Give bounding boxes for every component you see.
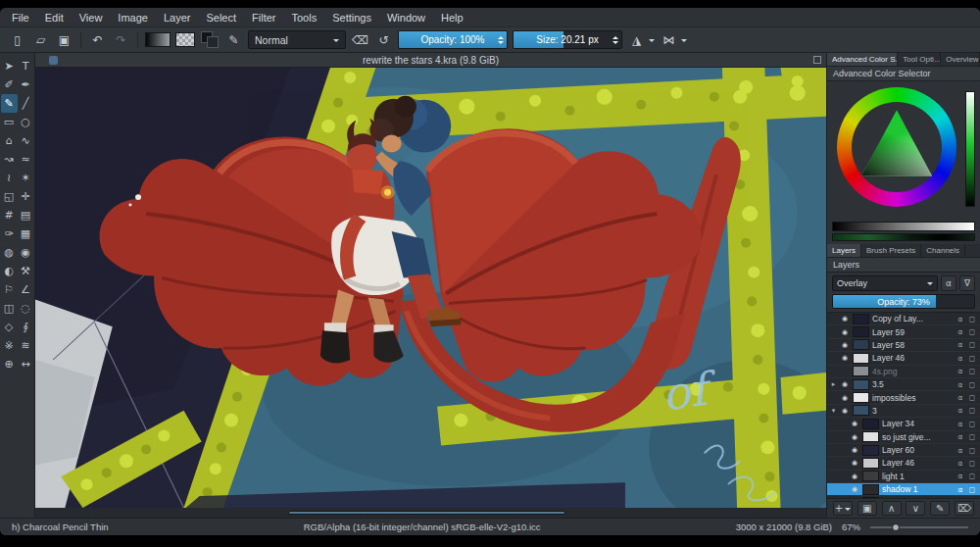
layer-visibility-icon[interactable]: ◉ [850,433,859,441]
opacity-slider[interactable]: Opacity: 100% [398,30,508,49]
tool-polyline-icon[interactable]: ∿ [18,131,34,150]
tool-edit-shapes-icon[interactable]: ✐ [1,75,18,94]
duplicate-layer-button[interactable]: ▣ [858,501,877,516]
menu-item[interactable]: Image [118,12,148,24]
foreground-background-colors[interactable] [200,30,220,49]
layer-visibility-icon[interactable]: ◉ [840,354,850,362]
dock-tab[interactable]: Tool Opti... [898,53,941,66]
layer-visibility-icon[interactable]: ◉ [840,407,850,415]
float-subwindow-button[interactable] [813,56,821,64]
chevron-down-icon[interactable] [681,39,687,45]
tool-measure-icon[interactable]: ∠ [18,280,34,299]
dock-tab[interactable]: Brush Presets [861,244,921,257]
shade-gradient-strip[interactable] [832,222,975,231]
tool-similar-selection-icon[interactable]: ≋ [18,336,34,355]
layer-visibility-icon[interactable]: ◉ [850,446,859,454]
layer-properties-button[interactable]: ✎ [930,501,950,516]
mirror-option-button[interactable]: ⋈ [660,30,678,49]
zoom-level-label[interactable]: 67% [842,522,860,532]
menu-item[interactable]: Window [387,12,425,24]
open-document-button[interactable]: ▱ [31,30,50,49]
tool-multibrush-icon[interactable]: ✶ [18,169,34,187]
tool-line-icon[interactable]: ╱ [18,94,34,113]
tool-gradient-icon[interactable]: ▤ [18,206,34,224]
current-brush-label[interactable]: h) Charcoal Pencil Thin [12,522,109,532]
layer-row[interactable]: ◉ Copy of Lay... α ◻ [827,313,980,325]
layer-row[interactable]: ◉ impossibles α ◻ [827,391,980,404]
menu-item[interactable]: Help [441,12,464,24]
tool-polygonal-selection-icon[interactable]: ◇ [1,318,18,336]
tool-enclose-fill-icon[interactable]: ◉ [18,243,34,262]
layer-expand-arrow[interactable]: ▸ [830,380,837,388]
zoom-slider-knob[interactable] [892,523,900,531]
tool-crop-icon[interactable]: # [1,206,18,224]
tool-ellipse-icon[interactable]: ○ [18,113,34,131]
layer-alpha-lock-icons[interactable]: α ◻ [957,367,977,375]
new-document-button[interactable]: ▯ [8,30,26,49]
tool-move-icon[interactable]: ✛ [18,187,34,206]
tool-select-shapes-icon[interactable]: ➤ [1,57,18,75]
layer-alpha-lock-icons[interactable]: α ◻ [957,472,977,480]
layer-visibility-icon[interactable]: ◉ [850,420,859,427]
dock-tab[interactable]: Layers [827,244,861,257]
layer-row[interactable]: ◉ Layer 34 α ◻ [827,418,980,430]
menu-item[interactable]: Filter [252,12,275,24]
layer-alpha-lock-icons[interactable]: α ◻ [957,340,977,349]
layer-visibility-icon[interactable]: ◉ [840,341,850,349]
menu-item[interactable]: Settings [332,12,371,24]
value-slider[interactable] [965,91,975,207]
dock-tab[interactable]: Advanced Color S... [827,53,898,66]
tool-rectangular-selection-icon[interactable]: ◫ [1,299,18,318]
pattern-chooser[interactable] [175,32,195,47]
horizontal-scrollbar-thumb[interactable] [288,511,564,515]
tool-freehand-path-icon[interactable]: ≈ [18,150,34,169]
spinbox-arrows-icon[interactable] [612,31,618,48]
tool-transform-icon[interactable]: ◱ [1,187,18,206]
save-button[interactable]: ▣ [55,30,74,49]
tool-calligraphy-icon[interactable]: ✒ [18,75,34,94]
layer-row[interactable]: ▾ ◉ 3 α ◻ [827,405,980,418]
layer-visibility-icon[interactable]: ◉ [840,394,850,402]
undo-button[interactable]: ↶ [88,30,107,49]
layer-filter-icon[interactable]: ∇ [959,275,975,291]
layer-alpha-lock-icons[interactable]: α ◻ [957,315,977,323]
tool-contiguous-selection-icon[interactable]: ※ [1,336,18,355]
tool-fill-icon[interactable]: ◍ [1,243,18,262]
tool-elliptical-selection-icon[interactable]: ◌ [18,299,34,318]
layer-visibility-icon[interactable]: ◉ [840,315,850,323]
menu-item[interactable]: Edit [45,12,64,24]
layer-alpha-lock-icons[interactable]: α ◻ [957,446,977,455]
tool-pattern-icon[interactable]: ▦ [18,224,34,243]
layer-visibility-icon[interactable]: ◉ [850,459,859,467]
tool-polygon-icon[interactable]: ⌂ [1,131,18,150]
layer-row[interactable]: ◉ Layer 46 α ◻ [827,352,980,365]
tool-rectangle-icon[interactable]: ▭ [1,113,18,131]
layer-alpha-lock-icons[interactable]: α ◻ [957,420,977,428]
tool-color-sampler-icon[interactable]: ✑ [1,224,18,243]
spinbox-arrows-icon[interactable] [498,31,504,48]
tool-text-icon[interactable]: T [18,57,34,75]
move-layer-down-button[interactable]: ∨ [906,501,925,516]
layer-row[interactable]: ◉ Layer 59 α ◻ [827,325,980,338]
layer-alpha-lock-icons[interactable]: α ◻ [957,406,977,415]
tool-dynamic-brush-icon[interactable]: ≀ [1,169,18,187]
layer-row[interactable]: ▸ ◉ 3.5 α ◻ [827,378,980,391]
layer-alpha-lock-icons[interactable]: α ◻ [957,432,977,441]
move-layer-up-button[interactable]: ∧ [882,501,902,516]
chevron-down-icon[interactable] [649,39,655,45]
layer-row[interactable]: ◉ so just give... α ◻ [827,431,980,444]
layer-expand-arrow[interactable]: ▾ [830,407,837,415]
brush-size-slider[interactable]: Size: 20.21 px [513,30,622,49]
layer-row[interactable]: ◉ 4s.png α ◻ [827,366,980,378]
redo-button[interactable]: ↷ [112,30,130,49]
layer-alpha-lock-icons[interactable]: α ◻ [957,327,977,336]
layer-alpha-lock-icons[interactable]: α ◻ [957,459,977,468]
blend-mode-select[interactable]: Normal [248,30,346,49]
layer-visibility-icon[interactable]: ◉ [840,380,850,388]
layer-alpha-lock-icons[interactable]: α ◻ [957,354,977,363]
layer-visibility-icon[interactable]: ◉ [850,485,859,493]
layer-row[interactable]: ◉ Layer 46 α ◻ [827,457,980,470]
inherit-alpha-button[interactable]: α [941,275,956,291]
layer-alpha-lock-icons[interactable]: α ◻ [957,393,977,402]
tool-bezier-curve-icon[interactable]: ↝ [1,150,18,169]
